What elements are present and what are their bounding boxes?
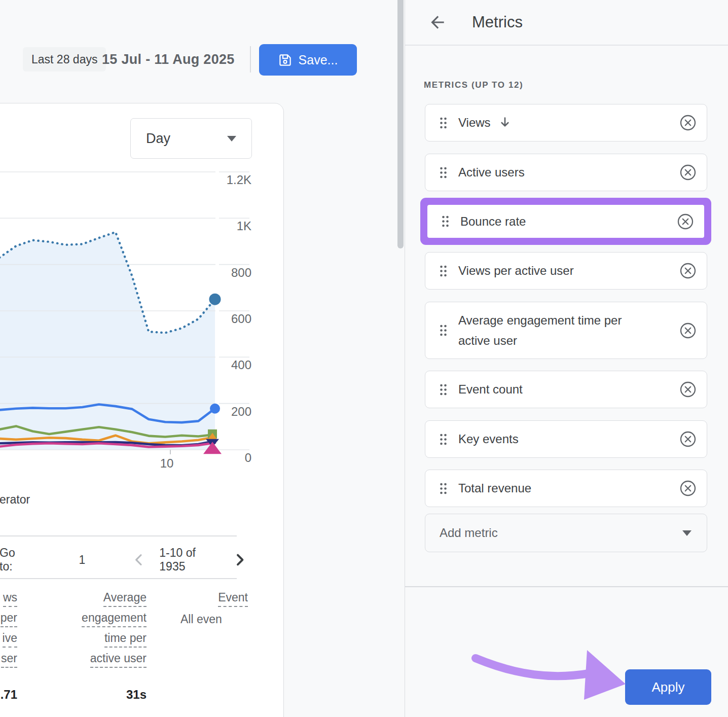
svg-text:1.2K: 1.2K [227,173,251,187]
cell-avg-engagement-time: 31s [27,688,147,702]
drag-handle-icon[interactable] [439,116,448,130]
table-divider-bottom [0,578,237,579]
save-button[interactable]: Save... [259,44,357,76]
metrics-panel: Metrics METRICS (UP TO 12) ViewsActive u… [405,0,728,717]
svg-text:0: 0 [245,451,251,464]
add-metric-dropdown[interactable]: Add metric [425,514,707,552]
drag-handle-icon[interactable] [439,482,448,495]
metric-label: Average engagement time per active user [458,310,641,350]
metric-item-average-engagement-time-per-active-user[interactable]: Average engagement time per active user [425,302,707,359]
sort-descending-icon[interactable] [498,116,512,130]
remove-metric-icon[interactable] [676,212,695,231]
arrow-back-icon [428,13,447,32]
metric-item-active-users[interactable]: Active users [425,154,707,191]
date-range-text[interactable]: 15 Jul - 11 Aug 2025 [102,47,235,71]
metric-item-key-events[interactable]: Key events [425,420,707,458]
trend-chart-svg: 02004006008001K1.2K10 [0,164,282,489]
truncated-row-label: erator [0,493,30,507]
column-header-event[interactable]: Event [179,591,248,612]
column-header-line: ive [0,632,17,652]
report-chart-card: Day 02004006008001K1.2K10 erator Go to: … [0,103,284,717]
next-page-button[interactable] [232,552,248,568]
remove-metric-icon[interactable] [679,380,697,399]
svg-text:200: 200 [231,405,251,418]
chevron-down-icon [682,530,691,536]
metric-label: Total revenue [458,478,531,498]
column-header-views-per-active-user[interactable]: wsperiveser [0,591,17,672]
chevron-left-icon [131,552,147,568]
column-header-line: ws [0,591,17,612]
remove-metric-icon[interactable] [679,430,697,448]
pagination-bar: Go to: 1 1-10 of 1935 [0,546,248,574]
drag-handle-icon[interactable] [439,324,448,337]
column-header-avg-engagement-time[interactable]: Averageengagementtime peractive user [27,591,147,672]
remove-metric-icon[interactable] [679,114,697,132]
column-header-line: active user [27,652,147,672]
remove-metric-icon[interactable] [679,479,697,497]
svg-text:600: 600 [231,312,251,326]
table-divider-top [0,535,237,536]
metric-item-views[interactable]: Views [425,104,707,141]
panel-title: Metrics [472,0,523,45]
metric-label: Bounce rate [460,211,526,232]
annotation-arrow [456,639,639,715]
metrics-section-label: METRICS (UP TO 12) [424,80,523,90]
svg-text:400: 400 [231,358,251,372]
metric-label: Active users [458,162,525,183]
save-button-label: Save... [299,53,338,67]
chevron-down-icon [227,136,236,141]
metric-label: Key events [458,429,519,449]
column-header-line: per [0,612,17,632]
remove-metric-icon[interactable] [679,163,697,182]
metric-item-bounce-rate[interactable]: Bounce rate [427,205,704,238]
drag-handle-icon[interactable] [439,264,448,278]
save-icon [278,53,292,67]
remove-metric-icon[interactable] [679,262,697,280]
chevron-right-icon [232,552,248,568]
back-button[interactable] [427,12,448,32]
drag-handle-icon[interactable] [439,166,448,180]
remove-metric-icon[interactable] [679,321,697,340]
drag-handle-icon[interactable] [439,433,448,446]
svg-text:800: 800 [231,266,251,279]
panel-header [405,0,728,46]
metric-item-views-per-active-user[interactable]: Views per active user [425,252,707,290]
metric-label: Views per active user [458,261,574,281]
column-header-line: Average [27,591,147,612]
drag-handle-icon[interactable] [441,214,450,228]
metric-item-event-count[interactable]: Event count [425,371,707,408]
metric-label: Event count [458,379,523,400]
svg-text:1K: 1K [237,219,251,233]
trend-chart[interactable]: 02004006008001K1.2K10 [0,164,282,489]
column-subheader-all-events[interactable]: All even [180,613,236,626]
vertical-scrollbar[interactable] [397,0,404,248]
panel-footer-divider [405,586,728,587]
highlight-outline: Bounce rate [420,198,711,245]
metric-item-total-revenue[interactable]: Total revenue [425,470,707,507]
drag-handle-icon[interactable] [439,383,448,397]
column-header-line: engagement [27,612,147,632]
prev-page-button[interactable] [131,552,147,568]
column-header-line: ser [0,652,17,672]
column-header-line: time per [27,632,147,652]
granularity-select[interactable]: Day [130,118,252,159]
granularity-value: Day [146,131,170,147]
pagination-range: 1-10 of 1935 [159,546,221,573]
date-range-badge: Last 28 days [23,47,106,71]
page-number-input[interactable]: 1 [79,553,86,567]
svg-text:10: 10 [160,456,174,470]
cell-views-per-active-user: .71 [0,688,17,702]
metric-label: Views [458,113,491,133]
add-metric-label: Add metric [440,526,498,540]
goto-label: Go to: [0,546,29,573]
toolbar-divider [250,46,251,73]
